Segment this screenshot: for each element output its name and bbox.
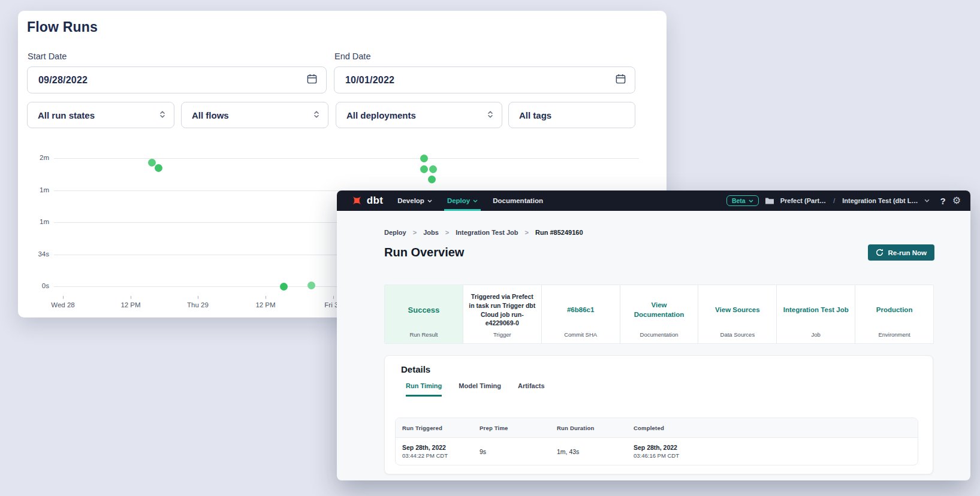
x-axis-tick-label: Wed 28 — [51, 301, 74, 309]
refresh-icon — [876, 249, 883, 256]
gear-icon[interactable]: ⚙ — [952, 196, 961, 205]
x-axis-tick-label: 12 PM — [120, 301, 140, 309]
flow-run-point[interactable] — [420, 165, 428, 173]
completed-cell: Sep 28th, 2022 03:46:16 PM CDT — [634, 444, 918, 459]
x-axis-tick-mark — [131, 296, 131, 299]
x-axis-tick-label: 12 PM — [255, 301, 275, 309]
job-link[interactable]: Integration Test Job — [783, 306, 849, 315]
project-selector[interactable]: Integration Test (dbt L… — [842, 197, 918, 204]
card-documentation: View Documentation Documentation — [620, 285, 699, 343]
card-commit-sha: #6b86c1 Commit SHA — [542, 285, 620, 343]
environment-link[interactable]: Production — [876, 306, 913, 315]
tab-run-timing[interactable]: Run Timing — [406, 382, 442, 397]
flow-run-point[interactable] — [148, 159, 156, 167]
dbt-logo-icon: ✦ — [346, 190, 367, 211]
col-prep-time: Prep Time — [480, 425, 557, 431]
x-axis-tick-mark — [198, 296, 198, 299]
y-axis-tick-label: 2m — [23, 154, 49, 161]
nav-item-documentation[interactable]: Documentation — [493, 190, 543, 211]
view-documentation-link[interactable]: View Documentation — [626, 301, 693, 319]
card-run-result: Success Run Result — [385, 285, 463, 343]
nav-right-group: Beta Prefect (Part… / Integration Test (… — [726, 195, 961, 206]
chevron-down-icon — [473, 199, 478, 202]
dbt-brand[interactable]: dbt — [367, 195, 383, 207]
y-axis-tick-label: 34s — [23, 250, 49, 258]
breadcrumb-deploy[interactable]: Deploy — [384, 229, 406, 236]
run-overview-title: Run Overview — [384, 246, 464, 259]
run-timing-table: Run Triggered Prep Time Run Duration Com… — [395, 418, 918, 465]
table-row: Sep 28th, 2022 03:44:22 PM CDT 9s 1m, 43… — [396, 438, 918, 465]
x-axis-tick-mark — [266, 296, 266, 299]
col-completed: Completed — [634, 425, 918, 431]
y-axis-tick-label: 1m — [23, 186, 49, 193]
y-axis-tick-label: 1m — [23, 218, 49, 225]
dbt-top-nav: ✦ dbt Develop Deploy Documentation Beta — [337, 190, 970, 211]
nav-item-develop[interactable]: Develop — [397, 190, 432, 211]
x-axis-tick-label: Thu 29 — [187, 301, 209, 309]
trigger-text: Triggered via Prefect in task run Trigge… — [469, 292, 536, 328]
details-tabs: Run Timing Model Timing Artifacts — [406, 382, 545, 397]
folder-icon — [765, 197, 774, 204]
breadcrumb: Deploy > Jobs > Integration Test Job > R… — [384, 229, 583, 236]
flow-run-point[interactable] — [420, 155, 428, 162]
run-duration-cell: 1m, 43s — [557, 448, 634, 455]
card-environment: Production Environment — [855, 285, 933, 343]
breadcrumb-jobs[interactable]: Jobs — [423, 229, 439, 236]
flow-run-point[interactable] — [428, 176, 436, 183]
tab-artifacts[interactable]: Artifacts — [518, 382, 545, 397]
chevron-down-icon — [427, 199, 432, 202]
view-sources-link[interactable]: View Sources — [715, 306, 760, 315]
chevron-down-icon — [749, 199, 753, 202]
breadcrumb-job-name[interactable]: Integration Test Job — [456, 229, 518, 236]
dbt-cloud-window: ✦ dbt Develop Deploy Documentation Beta — [337, 190, 970, 480]
flow-run-point[interactable] — [155, 164, 162, 172]
col-run-triggered: Run Triggered — [402, 425, 480, 431]
rerun-now-button[interactable]: Re-run Now — [868, 244, 934, 261]
breadcrumb-run-number: Run #85249160 — [535, 229, 583, 236]
breadcrumb-separator: > — [525, 229, 529, 236]
breadcrumb-separator: > — [445, 229, 449, 236]
y-axis-tick-label: 0s — [23, 282, 49, 289]
desktop: Flow Runs Start Date End Date 09/28/2022… — [0, 0, 980, 496]
chart-gridline — [54, 158, 639, 159]
commit-sha-link[interactable]: #6b86c1 — [567, 306, 594, 315]
account-name[interactable]: Prefect (Part… — [780, 197, 826, 204]
card-data-sources: View Sources Data Sources — [698, 285, 777, 343]
card-trigger: Triggered via Prefect in task run Trigge… — [463, 285, 542, 343]
flow-run-point[interactable] — [280, 283, 288, 291]
breadcrumb-separator: > — [413, 229, 417, 236]
table-header-row: Run Triggered Prep Time Run Duration Com… — [396, 418, 918, 438]
chevron-down-icon[interactable] — [924, 199, 930, 202]
heading-row: Run Overview Re-run Now — [384, 244, 934, 261]
card-job: Integration Test Job Job — [777, 285, 855, 343]
help-icon[interactable]: ? — [940, 196, 945, 206]
status-badge: Success — [408, 306, 440, 314]
tab-model-timing[interactable]: Model Timing — [459, 382, 501, 397]
x-axis-tick-mark — [333, 296, 334, 299]
x-axis-tick-mark — [63, 296, 64, 299]
details-title: Details — [401, 364, 430, 374]
prep-time-cell: 9s — [480, 448, 557, 455]
flow-run-point[interactable] — [307, 282, 315, 289]
details-card: Details Run Timing Model Timing Artifact… — [384, 355, 933, 474]
run-triggered-cell: Sep 28th, 2022 03:44:22 PM CDT — [402, 444, 480, 459]
beta-dropdown[interactable]: Beta — [726, 195, 759, 206]
path-separator: / — [833, 197, 835, 204]
col-run-duration: Run Duration — [557, 425, 634, 431]
nav-item-deploy[interactable]: Deploy — [447, 190, 478, 211]
flow-run-point[interactable] — [429, 165, 437, 173]
run-summary-cards: Success Run Result Triggered via Prefect… — [384, 285, 934, 344]
